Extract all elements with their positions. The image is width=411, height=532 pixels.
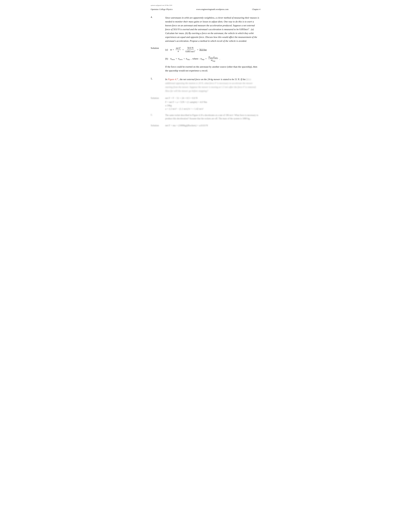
astro-sub: astro (179, 58, 183, 60)
problem-5: 5. In Figure 4.7 , the net external forc… (151, 77, 260, 93)
page: quinsen.sa@gmail.com 26 Mar 2018 Opensta… (143, 3, 268, 166)
problem-6-number: 6. (151, 114, 165, 121)
solution-4-part-a: (a) m = net F a = 50.0 N 0.893 m/s2 = 56 (165, 47, 260, 53)
equals2: = (197, 48, 198, 51)
ship-sub-den: ship (213, 60, 215, 62)
frac-num-b: mastroaastro (208, 56, 218, 59)
period: . (220, 57, 220, 60)
frac-numerator-netF: net F (176, 47, 181, 50)
problem-5-text: In Figure 4.7 , the net external force o… (165, 77, 260, 93)
a-ship2-var: aship (200, 57, 204, 60)
equals-c: = (205, 57, 207, 60)
ship-sub: ship (187, 58, 190, 60)
header-website: www.engineeringmath.wordpress.com (196, 8, 228, 11)
figure-4-7-link: Figure 4.7 (168, 78, 178, 81)
problem-6: 6. The same rocket described in Figure 4… (151, 114, 260, 121)
denom-exp: 2 (194, 50, 195, 52)
equals1: = (182, 48, 184, 51)
frac-netF-over-a: net F a (176, 47, 181, 53)
a-ship-var: aship (186, 57, 190, 60)
problem-4: 4. Since astronauts in orbit are apparen… (151, 16, 260, 43)
a-astro-var: aastro (178, 57, 183, 60)
math-line-a: (a) m = net F a = 50.0 N 0.893 m/s2 = 56 (165, 47, 260, 53)
solution-6: Solution net F = ma = (1000kg)(Rockets) … (151, 124, 260, 127)
frac-denominator-a: a (177, 50, 179, 53)
meas-sub: meas (171, 58, 175, 60)
part-b-label: (b) (165, 57, 168, 60)
comma: , (191, 57, 191, 60)
denominator-0893ms2: 0.893 m/s2 (185, 50, 196, 53)
ship-sub2: ship (202, 58, 204, 60)
solution-5: Solution net F = F − 51 + 24 + 0.5 = 0.0… (151, 97, 260, 110)
solution-4-content: (a) m = net F a = 50.0 N 0.893 m/s2 = 56 (165, 47, 260, 73)
solution-4-label: Solution (151, 47, 165, 73)
problem-4-number: 4. (151, 16, 165, 43)
email-watermark: quinsen.sa@gmail.com 26 Mar 2018 (151, 5, 172, 6)
solution-4: Solution (a) m = net F a = 50.0 N 0.893 … (151, 47, 260, 73)
astro-sub-top1: astro (210, 57, 213, 58)
header-publisher: Openstax College Physics (151, 8, 173, 11)
solution-6-label: Solution (151, 124, 165, 127)
solution-5-content: net F = F − 51 + 24 + 0.5 = 0.0 N F = ne… (165, 97, 260, 110)
where-text: where : (192, 57, 200, 60)
problem-6-blurred-para: The same rocket described in Figure 4.10… (165, 114, 260, 120)
plus-sign: + (184, 57, 185, 60)
page-header: Openstax College Physics www.engineering… (151, 8, 260, 13)
math-line-b: (b) ameas = aastro + aship , (165, 56, 260, 62)
a-meas-var: ameas (170, 57, 175, 60)
numerator-50N: 50.0 N (187, 47, 194, 50)
solution-4-explanation: If the force could be exerted on the ast… (165, 65, 260, 73)
solution-6-content: net F = ma = (1000kg)(Rockets) = a.0.0.0… (165, 124, 260, 127)
problem-6-text: The same rocket described in Figure 4.10… (165, 114, 260, 121)
problem-5-number: 5. (151, 77, 165, 93)
solution-4-part-b: (b) ameas = aastro + aship , (165, 56, 260, 62)
astro-sub-top2: astro (215, 57, 218, 58)
equals-b: = (176, 57, 177, 60)
solution-5-label: Solution (151, 97, 165, 110)
result-a: 56.0 kg (199, 48, 207, 51)
frac-50N-over-0893: 50.0 N 0.893 m/s2 (185, 47, 196, 53)
frac-mastro-aastro-over-mship: mastroaastro mship (208, 56, 218, 62)
m-var: m = (170, 48, 174, 51)
part-a-label: (a) (165, 48, 168, 51)
exp-superscript: 2 (248, 28, 249, 29)
problem-4-text: Since astronauts in orbit are apparently… (165, 16, 260, 43)
header-chapter: Chapter 4 (252, 8, 260, 11)
frac-den-b: mship (211, 59, 216, 62)
